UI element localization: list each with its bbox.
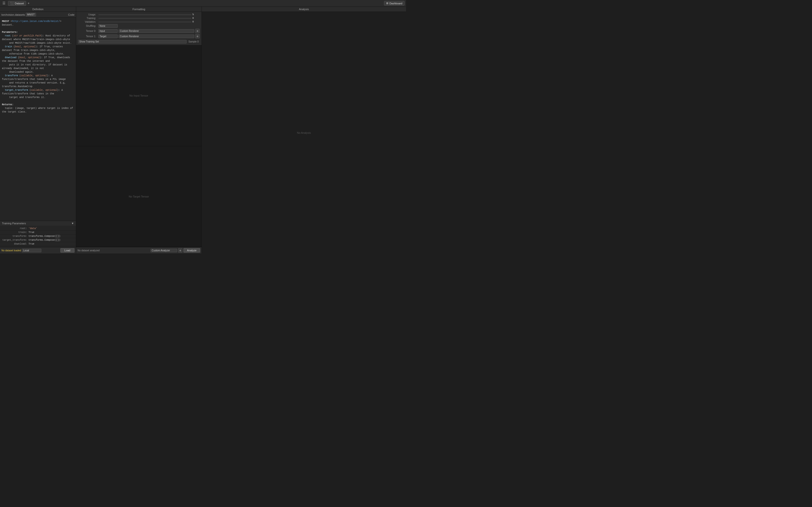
shuffling-row: Shuffling: None — [78, 24, 200, 28]
validation-label: Validation: — [78, 20, 97, 23]
tensor0-type-select[interactable]: Input — [98, 29, 118, 33]
tensor1-row: Tensor 1: Target Custom Renderer ⚙ — [78, 34, 200, 39]
analysis-header: Analysis — [202, 7, 406, 12]
target-tensor-placeholder: No Target Tensor — [129, 195, 149, 198]
tensor0-renderer-select[interactable]: Custom Renderer — [119, 29, 194, 33]
dataset-tab[interactable]: ⬛ Dataset — [8, 1, 26, 6]
sample-label: Sample 0 — [188, 40, 200, 43]
definition-content: MNIST <http://yann.lecun.com/exdb/mnist/… — [0, 18, 76, 221]
training-params-header[interactable]: Training Parameters ▼ — [0, 221, 76, 226]
formatting-panel: Formatting Usage: % Training: 0 Vali — [76, 7, 202, 253]
no-analyzed-label: No dataset analyzed — [78, 249, 150, 252]
training-value: 0 — [192, 17, 200, 19]
tensor1-renderer-select[interactable]: Custom Renderer — [119, 35, 194, 38]
dataset-dropdown[interactable]: MNIST — [26, 13, 36, 16]
param-target-transform-key: target_transform: — [2, 239, 29, 241]
training-params-section: Training Parameters ▼ root: 'data' train… — [0, 221, 76, 247]
training-row: Training: 0 — [78, 16, 200, 20]
show-training-row: Show Training Set Sample 0 — [78, 39, 200, 44]
analysis-content: No Analysis — [202, 12, 406, 253]
mnist-link[interactable]: http://yann.lecun.com/exdb/mnist/ — [12, 20, 60, 23]
param-transform: transform: transforms.Compose([]) — [0, 234, 76, 238]
training-bar — [98, 18, 191, 19]
param-transform-val: transforms.Compose([]) — [29, 235, 60, 237]
definition-panel: Definition torchvision.datasets MNIST Co… — [0, 7, 76, 253]
usage-bar — [98, 14, 191, 15]
usage-label: Usage: — [78, 13, 97, 16]
load-button[interactable]: Load — [60, 248, 74, 252]
analyzer-select[interactable]: Custom Analyzer — [151, 249, 177, 252]
input-tensor-placeholder: No Input Tensor — [130, 94, 148, 97]
tensor0-label: Tensor 0: — [78, 30, 97, 32]
formatting-controls: Usage: % Training: 0 Validation: — [76, 12, 202, 45]
params-section: Parameters: root (str or pathlib.Path): … — [2, 31, 74, 114]
formatting-bottom-bar: No dataset analyzed Custom Analyzer ⚙ An… — [76, 247, 202, 253]
local-select[interactable]: Local — [22, 249, 41, 252]
tensor0-row: Tensor 0: Input Custom Renderer ⚙ — [78, 28, 200, 34]
training-params-collapse-icon: ▼ — [71, 222, 74, 225]
param-root-val: 'data' — [29, 227, 37, 230]
show-training-select[interactable]: Show Training Set — [78, 40, 187, 44]
param-root: root: 'data' — [0, 227, 76, 231]
module-line: MNIST <http://yann.lecun.com/exdb/mnist/… — [2, 19, 74, 27]
definition-toolbar: torchvision.datasets MNIST Code — [0, 12, 76, 18]
menu-icon[interactable]: ☰ — [1, 1, 6, 6]
param-train-key: train: — [2, 231, 29, 234]
analysis-panel: Analysis No Analysis — [202, 7, 406, 253]
dashboard-label: Dashboard — [389, 2, 402, 5]
validation-row: Validation: 0 — [78, 20, 200, 24]
param-download: download: True — [0, 242, 76, 246]
input-tensor-display: No Input Tensor — [76, 45, 202, 146]
tensor1-type-select[interactable]: Target — [98, 35, 118, 38]
validation-value: 0 — [192, 20, 200, 23]
param-root-key: root: — [2, 227, 29, 230]
training-params-title: Training Parameters — [2, 222, 26, 225]
no-dataset-label: No dataset loaded — [1, 249, 21, 252]
main-layout: Definition torchvision.datasets MNIST Co… — [0, 7, 406, 253]
dataset-tab-icon: ⬛ — [10, 2, 14, 5]
param-transform-key: transform: — [2, 235, 29, 237]
usage-row: Usage: % — [78, 13, 200, 16]
validation-bar — [98, 21, 191, 22]
param-train: train: True — [0, 231, 76, 234]
shuffling-label: Shuffling: — [78, 24, 97, 27]
definition-header: Definition — [0, 7, 76, 12]
training-params-body: root: 'data' train: True transform: tran… — [0, 226, 76, 247]
param-target-transform: target_transform: transforms.Compose([]) — [0, 238, 76, 242]
usage-value: % — [192, 13, 200, 16]
analysis-placeholder: No Analysis — [297, 131, 311, 134]
training-label: Training: — [78, 17, 97, 19]
top-bar: ☰ ⬛ Dataset + ⊞ Dashboard — [0, 0, 406, 7]
tensor0-gear-button[interactable]: ⚙ — [195, 29, 200, 33]
analyzer-gear-button[interactable]: ⚙ — [178, 248, 183, 252]
add-tab-button[interactable]: + — [28, 1, 30, 5]
target-tensor-display: No Target Tensor — [76, 146, 202, 247]
param-download-val: True — [29, 243, 34, 245]
analyze-button[interactable]: Analyze — [184, 248, 200, 252]
dataset-tab-label: Dataset — [15, 2, 24, 5]
dataset-module-label: torchvision.datasets — [1, 13, 25, 16]
tensor1-label: Tensor 1: — [78, 35, 97, 38]
param-train-val: True — [29, 231, 34, 234]
tensor1-gear-button[interactable]: ⚙ — [195, 34, 200, 38]
param-download-key: download: — [2, 243, 29, 245]
definition-bottom-bar: No dataset loaded Local Load — [0, 247, 76, 253]
tensor-displays: No Input Tensor No Target Tensor — [76, 45, 202, 247]
formatting-header: Formatting — [76, 7, 202, 12]
dashboard-button[interactable]: ⊞ Dashboard — [384, 1, 405, 6]
dashboard-icon: ⊞ — [386, 2, 388, 5]
shuffling-select[interactable]: None — [98, 24, 118, 28]
param-target-transform-val: transforms.Compose([]) — [29, 239, 60, 241]
code-button[interactable]: Code — [68, 13, 74, 16]
